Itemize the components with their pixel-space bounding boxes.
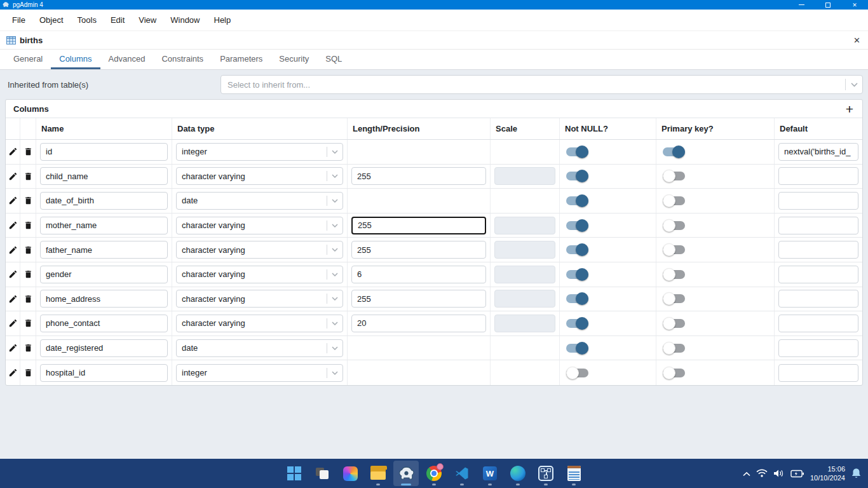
primary-key-toggle[interactable] [663,219,685,232]
default-value-input[interactable] [778,143,858,161]
column-name-input[interactable] [40,192,168,210]
delete-row-button[interactable] [20,165,36,189]
primary-key-toggle[interactable] [663,243,685,256]
delete-row-button[interactable] [20,189,36,213]
minimize-button[interactable] [788,0,815,10]
delete-row-button[interactable] [20,336,36,360]
vscode-button[interactable] [449,461,475,486]
not-null-toggle[interactable] [566,268,588,281]
edit-row-button[interactable] [6,360,20,385]
default-value-input[interactable] [778,192,858,210]
not-null-toggle[interactable] [566,146,588,158]
not-null-toggle[interactable] [566,367,588,379]
data-type-select[interactable]: character varying [176,167,343,185]
primary-key-toggle[interactable] [663,194,685,207]
delete-row-button[interactable] [20,287,36,311]
edit-row-button[interactable] [6,238,20,262]
file-explorer-button[interactable] [365,461,391,486]
not-null-toggle[interactable] [566,342,588,355]
menu-item-edit[interactable]: Edit [104,15,132,25]
tray-chevron-up-icon[interactable] [743,471,750,477]
primary-key-toggle[interactable] [663,367,685,379]
menu-item-file[interactable]: File [5,15,32,25]
menu-item-object[interactable]: Object [32,15,71,25]
length-input[interactable] [351,167,486,185]
column-name-input[interactable] [40,339,168,357]
document-close-button[interactable]: ✕ [853,36,860,45]
column-name-input[interactable] [40,167,168,185]
data-type-select[interactable]: character varying [176,266,343,283]
data-type-select[interactable]: character varying [176,217,343,234]
length-input[interactable] [351,241,486,259]
tab-security[interactable]: Security [271,50,317,69]
primary-key-toggle[interactable] [663,292,685,305]
edit-row-button[interactable] [6,336,20,360]
menu-item-tools[interactable]: Tools [71,15,104,25]
primary-key-toggle[interactable] [663,268,685,281]
edit-row-button[interactable] [6,214,20,238]
wifi-icon[interactable] [756,469,768,478]
word-button[interactable]: W [477,461,503,486]
close-window-button[interactable]: ✕ [841,0,868,10]
column-name-input[interactable] [40,290,168,308]
column-name-input[interactable] [40,217,168,234]
tab-advanced[interactable]: Advanced [100,50,154,69]
column-name-input[interactable] [40,364,168,382]
menu-item-view[interactable]: View [132,15,163,25]
default-value-input[interactable] [778,339,858,357]
primary-key-toggle[interactable] [663,170,685,182]
taskbar-clock[interactable]: 15:06 10/10/2024 [810,464,845,482]
notifications-bell-icon[interactable] [851,468,862,479]
length-input[interactable] [351,217,486,234]
edit-row-button[interactable] [6,189,20,213]
not-null-toggle[interactable] [566,292,588,305]
length-input[interactable] [351,315,486,332]
column-name-input[interactable] [40,143,168,161]
delete-row-button[interactable] [20,311,36,336]
volume-icon[interactable] [773,469,785,478]
diagram-app-button[interactable] [533,461,559,486]
column-name-input[interactable] [40,266,168,283]
pgadmin-taskbar-button[interactable] [393,461,419,486]
not-null-toggle[interactable] [566,243,588,256]
length-input[interactable] [351,290,486,308]
tab-columns[interactable]: Columns [51,50,100,69]
not-null-toggle[interactable] [566,219,588,232]
data-type-select[interactable]: date [176,339,343,357]
task-view-button[interactable] [309,461,335,486]
data-type-select[interactable]: character varying [176,290,343,308]
data-type-select[interactable]: character varying [176,241,343,259]
data-type-select[interactable]: character varying [176,315,343,332]
edit-row-button[interactable] [6,287,20,311]
delete-row-button[interactable] [20,214,36,238]
data-type-select[interactable]: integer [176,364,343,382]
start-button[interactable] [281,461,307,486]
default-value-input[interactable] [778,217,858,234]
primary-key-toggle[interactable] [663,317,685,330]
default-value-input[interactable] [778,290,858,308]
default-value-input[interactable] [778,315,858,332]
delete-row-button[interactable] [20,360,36,385]
default-value-input[interactable] [778,167,858,185]
default-value-input[interactable] [778,266,858,283]
default-value-input[interactable] [778,241,858,259]
primary-key-toggle[interactable] [663,146,685,158]
tab-general[interactable]: General [5,50,51,69]
tab-sql[interactable]: SQL [317,50,350,69]
maximize-button[interactable] [815,0,841,10]
menu-item-window[interactable]: Window [163,15,207,25]
edge-button[interactable] [505,461,531,486]
copilot-button[interactable] [337,461,363,486]
battery-icon[interactable] [790,470,804,478]
length-input[interactable] [351,266,486,283]
column-name-input[interactable] [40,241,168,259]
inherit-select[interactable]: Select to inherit from... [220,75,863,94]
tab-constraints[interactable]: Constraints [153,50,212,69]
default-value-input[interactable] [778,364,858,382]
add-column-button[interactable]: + [844,102,855,116]
edit-row-button[interactable] [6,165,20,189]
delete-row-button[interactable] [20,262,36,287]
data-type-select[interactable]: integer [176,143,343,161]
not-null-toggle[interactable] [566,194,588,207]
menu-item-help[interactable]: Help [207,15,238,25]
